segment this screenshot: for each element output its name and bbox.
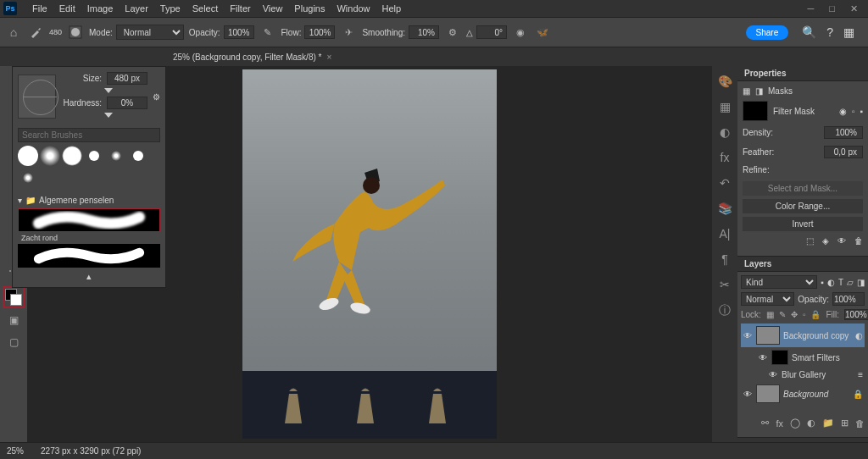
menu-help[interactable]: Help <box>377 2 407 15</box>
mask-thumbnail[interactable] <box>743 101 768 121</box>
layer-row[interactable]: 👁 Blur Gallery ≡ <box>741 368 865 382</box>
brush-folder[interactable]: ▾ 📁 Algemene penselen <box>18 193 160 207</box>
menu-plugins[interactable]: Plugins <box>289 2 330 15</box>
size-value[interactable]: 480 px <box>107 72 147 85</box>
new-layer-icon[interactable]: ⊞ <box>841 418 849 429</box>
minimize-icon[interactable]: ─ <box>808 3 815 14</box>
pixel-mask-icon[interactable]: ▦ <box>743 86 750 96</box>
menu-type[interactable]: Type <box>155 2 186 15</box>
angle-input[interactable] <box>476 25 507 39</box>
layer-filter-select[interactable]: Kind <box>741 275 817 289</box>
screen-mode-icon[interactable]: ▢ <box>2 332 25 352</box>
delete-layer-icon[interactable]: 🗑 <box>855 418 865 429</box>
vector-mask-icon[interactable]: ◨ <box>755 86 763 96</box>
background-color[interactable] <box>10 294 22 306</box>
new-adjustment-icon[interactable]: ◐ <box>807 418 815 429</box>
adjustments-panel-icon[interactable]: ◐ <box>720 125 730 139</box>
styles-panel-icon[interactable]: fx <box>721 151 730 164</box>
layer-row[interactable]: 👁 Smart Filters <box>741 347 865 368</box>
brush-tool-icon[interactable] <box>27 24 44 41</box>
brush-stroke-item-selected[interactable] <box>18 208 160 232</box>
layer-name[interactable]: Background copy <box>783 331 852 340</box>
visibility-icon[interactable]: 👁 <box>743 331 753 340</box>
mask-vector-icon[interactable]: ▪ <box>860 107 863 116</box>
invert-button[interactable]: Invert <box>743 217 863 231</box>
menu-file[interactable]: File <box>27 2 53 15</box>
help-icon[interactable]: ? <box>826 25 833 39</box>
filter-adjust-icon[interactable]: ◐ <box>827 278 835 287</box>
info-panel-icon[interactable]: ⓘ <box>719 303 731 318</box>
layer-thumbnail[interactable] <box>756 326 780 345</box>
brush-thumb[interactable] <box>62 146 82 166</box>
properties-tab[interactable]: Properties <box>737 66 868 81</box>
brush-preset-picker-icon[interactable] <box>67 24 84 41</box>
paragraph-panel-icon[interactable]: ¶ <box>721 252 728 266</box>
pressure-opacity-icon[interactable]: ✎ <box>259 24 276 41</box>
layer-name[interactable]: Background <box>783 390 849 399</box>
layer-row[interactable]: 👁 Background copy ◐ <box>741 324 865 347</box>
blend-mode-layer-select[interactable]: Normal <box>741 292 794 306</box>
menu-view[interactable]: View <box>258 2 288 15</box>
size-slider[interactable] <box>61 88 147 95</box>
fill-input[interactable] <box>844 309 868 320</box>
flow-input[interactable] <box>304 25 335 39</box>
home-icon[interactable]: ⌂ <box>5 24 22 41</box>
menu-edit[interactable]: Edit <box>54 2 81 15</box>
mask-pixel-icon[interactable]: ◉ <box>839 107 847 116</box>
brush-thumb[interactable] <box>133 151 143 161</box>
select-and-mask-button[interactable]: Select and Mask... <box>743 181 863 196</box>
apply-mask-icon[interactable]: ◈ <box>822 236 829 246</box>
quick-mask-icon[interactable]: ▣ <box>2 310 25 330</box>
menu-window[interactable]: Window <box>331 2 375 15</box>
visibility-icon[interactable]: 👁 <box>768 370 778 379</box>
lock-all-icon[interactable]: 🔒 <box>810 310 821 319</box>
smoothing-options-icon[interactable]: ⚙ <box>444 24 461 41</box>
layer-opacity-input[interactable] <box>832 292 865 306</box>
layer-row[interactable]: 👁 Background 🔒 <box>741 382 865 406</box>
menu-layer[interactable]: Layer <box>120 2 153 15</box>
libraries-panel-icon[interactable]: 📚 <box>718 202 732 215</box>
smoothing-input[interactable] <box>409 25 439 39</box>
color-range-button[interactable]: Color Range... <box>743 199 863 213</box>
gear-icon[interactable]: ⚙ <box>153 92 160 102</box>
filter-type-icon[interactable]: T <box>838 278 843 287</box>
zoom-level[interactable]: 25% <box>7 446 24 456</box>
color-panel-icon[interactable]: 🎨 <box>718 75 732 88</box>
maximize-icon[interactable]: □ <box>829 3 835 14</box>
brush-angle-preview[interactable] <box>18 75 56 119</box>
lock-transparency-icon[interactable]: ▦ <box>766 310 774 319</box>
airbrush-icon[interactable]: ✈ <box>340 24 357 41</box>
load-selection-icon[interactable]: ⬚ <box>806 236 814 246</box>
lock-position-icon[interactable]: ✥ <box>791 310 798 319</box>
actions-panel-icon[interactable]: ✂ <box>720 278 730 291</box>
brush-stroke-item[interactable] <box>18 244 160 268</box>
share-button[interactable]: Share <box>746 25 789 40</box>
color-swatches[interactable] <box>3 286 25 308</box>
brush-thumb[interactable] <box>89 151 99 161</box>
layers-tab[interactable]: Layers <box>737 257 868 272</box>
lock-pixels-icon[interactable]: ✎ <box>779 310 786 319</box>
visibility-icon[interactable]: 👁 <box>743 390 753 399</box>
character-panel-icon[interactable]: A| <box>720 227 731 241</box>
visibility-icon[interactable]: 👁 <box>758 353 768 362</box>
menu-image[interactable]: Image <box>82 2 119 15</box>
symmetry-icon[interactable]: 🦋 <box>534 24 551 41</box>
layer-fx-icon[interactable]: fx <box>776 418 783 429</box>
filter-pixel-icon[interactable]: ▪ <box>821 278 824 287</box>
brush-search-input[interactable] <box>18 128 160 142</box>
brush-thumb[interactable] <box>18 146 38 166</box>
menu-filter[interactable]: Filter <box>225 2 255 15</box>
feather-value[interactable]: 0,0 px <box>824 146 863 158</box>
menu-select[interactable]: Select <box>187 2 224 15</box>
filter-shape-icon[interactable]: ▱ <box>847 278 854 287</box>
document-tab[interactable]: 25% (Background copy, Filter Mask/8) * × <box>166 50 338 64</box>
brush-thumb[interactable] <box>111 151 121 161</box>
close-icon[interactable]: ✕ <box>850 3 858 14</box>
mask-thumbnail[interactable] <box>771 350 788 365</box>
history-panel-icon[interactable]: ↶ <box>720 176 730 190</box>
lock-artboard-icon[interactable]: ▫ <box>803 310 806 319</box>
tab-close-icon[interactable]: × <box>326 53 331 62</box>
brush-size-display[interactable]: 480 <box>49 28 62 36</box>
blend-mode-select[interactable]: Normal <box>116 25 184 40</box>
layer-thumbnail[interactable] <box>756 384 780 403</box>
